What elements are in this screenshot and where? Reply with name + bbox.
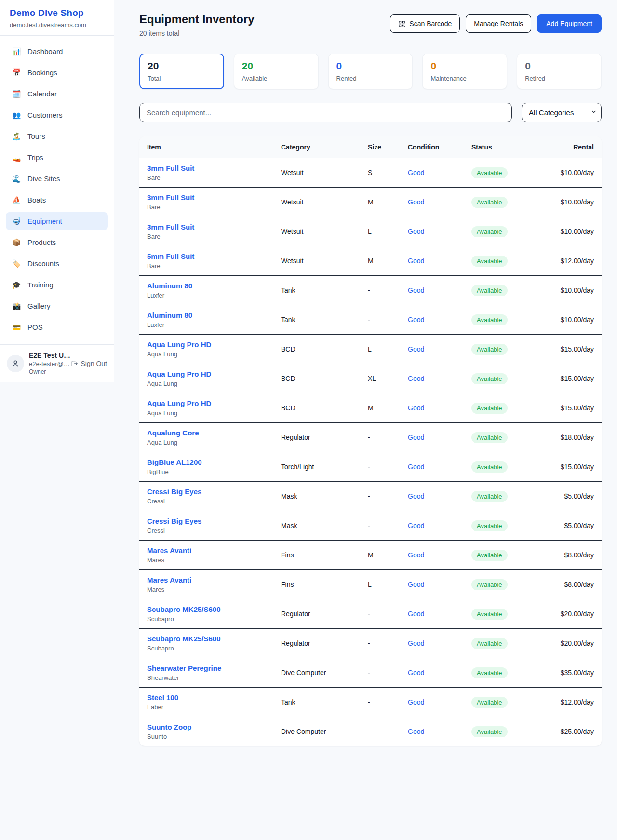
item-condition-link[interactable]: Good [400, 541, 464, 570]
item-brand: BigBlue [147, 468, 266, 475]
item-size: - [360, 688, 400, 717]
diving-mask-icon: 🤿 [12, 217, 21, 226]
item-name-link[interactable]: Mares Avanti [147, 546, 266, 555]
sidebar-item-calendar[interactable]: 🗓️ Calendar [6, 85, 108, 103]
item-size: - [360, 305, 400, 335]
item-name-link[interactable]: Mares Avanti [147, 576, 266, 584]
items-total: 20 items total [139, 29, 255, 37]
table-row: Aluminum 80 Luxfer Tank - Good Available… [139, 305, 602, 335]
sign-out-button[interactable]: Sign Out [70, 360, 107, 367]
table-row: Cressi Big Eyes Cressi Mask - Good Avail… [139, 482, 602, 511]
stats-row: 20 Total 20 Available 0 Rented 0 Mainten… [139, 54, 602, 89]
item-condition-link[interactable]: Good [400, 570, 464, 599]
sidebar-item-products[interactable]: 📦 Products [6, 233, 108, 251]
item-condition-link[interactable]: Good [400, 188, 464, 217]
item-name-link[interactable]: 3mm Full Suit [147, 193, 266, 202]
shop-logo[interactable]: Demo Dive Shop [10, 8, 104, 18]
item-condition-link[interactable]: Good [400, 364, 464, 393]
item-category: Wetsuit [273, 188, 360, 217]
item-category: Fins [273, 541, 360, 570]
filters-row: All Categories [139, 103, 602, 122]
sidebar-item-pos[interactable]: 💳 POS [6, 318, 108, 336]
search-input[interactable] [139, 103, 512, 122]
table-row: Aqualung Core Aqua Lung Regulator - Good… [139, 423, 602, 452]
item-category: BCD [273, 335, 360, 364]
stat-card[interactable]: 20 Total [139, 54, 224, 89]
item-condition-link[interactable]: Good [400, 599, 464, 629]
item-name-link[interactable]: BigBlue AL1200 [147, 458, 266, 466]
item-name-link[interactable]: Aqua Lung Pro HD [147, 370, 266, 378]
item-size: M [360, 246, 400, 276]
item-condition-link[interactable]: Good [400, 658, 464, 688]
col-header-category: Category [273, 136, 360, 158]
item-condition-link[interactable]: Good [400, 452, 464, 482]
item-name-link[interactable]: Shearwater Peregrine [147, 664, 266, 672]
sidebar-item-gallery[interactable]: 📸 Gallery [6, 297, 108, 315]
item-condition-link[interactable]: Good [400, 305, 464, 335]
sidebar-item-tours[interactable]: 🏝️ Tours [6, 127, 108, 145]
sidebar-item-label: Bookings [27, 68, 57, 77]
item-category: Tank [273, 688, 360, 717]
sailboat-icon: ⛵ [12, 196, 21, 204]
stat-card[interactable]: 0 Rented [328, 54, 413, 89]
scan-barcode-button[interactable]: Scan Barcode [390, 14, 460, 33]
item-brand: Luxfer [147, 321, 266, 328]
item-brand: Cressi [147, 527, 266, 534]
item-size: L [360, 570, 400, 599]
item-name-link[interactable]: Aqua Lung Pro HD [147, 399, 266, 407]
item-name-link[interactable]: Aqua Lung Pro HD [147, 340, 266, 349]
item-rental: $35.00/day [544, 658, 602, 688]
sidebar-item-trips[interactable]: 🚤 Trips [6, 149, 108, 166]
item-name-link[interactable]: Scubapro MK25/S600 [147, 605, 266, 613]
item-condition-link[interactable]: Good [400, 393, 464, 423]
item-condition-link[interactable]: Good [400, 335, 464, 364]
item-rental: $5.00/day [544, 482, 602, 511]
item-size: M [360, 541, 400, 570]
item-name-link[interactable]: 3mm Full Suit [147, 164, 266, 172]
sidebar: Demo Dive Shop demo.test.divestreams.com… [0, 0, 114, 382]
sidebar-item-customers[interactable]: 👥 Customers [6, 106, 108, 124]
item-name-link[interactable]: Aqualung Core [147, 429, 266, 437]
item-size: L [360, 335, 400, 364]
item-name-link[interactable]: Cressi Big Eyes [147, 488, 266, 496]
stat-card[interactable]: 0 Maintenance [422, 54, 507, 89]
item-condition-link[interactable]: Good [400, 629, 464, 658]
item-name-link[interactable]: Cressi Big Eyes [147, 517, 266, 525]
sidebar-item-equipment[interactable]: 🤿 Equipment [6, 212, 108, 230]
item-condition-link[interactable]: Good [400, 717, 464, 746]
item-brand: Bare [147, 203, 266, 211]
sidebar-item-boats[interactable]: ⛵ Boats [6, 191, 108, 209]
item-condition-link[interactable]: Good [400, 246, 464, 276]
manage-rentals-button[interactable]: Manage Rentals [466, 14, 531, 33]
item-size: - [360, 658, 400, 688]
category-select[interactable]: All Categories [522, 103, 602, 122]
sidebar-item-training[interactable]: 🎓 Training [6, 276, 108, 294]
item-condition-link[interactable]: Good [400, 423, 464, 452]
item-condition-link[interactable]: Good [400, 276, 464, 305]
item-rental: $8.00/day [544, 541, 602, 570]
item-condition-link[interactable]: Good [400, 158, 464, 188]
item-name-link[interactable]: Scubapro MK25/S600 [147, 635, 266, 643]
sidebar-item-dashboard[interactable]: 📊 Dashboard [6, 42, 108, 60]
calendar-icon: 📅 [12, 68, 21, 77]
item-condition-link[interactable]: Good [400, 482, 464, 511]
sidebar-item-bookings[interactable]: 📅 Bookings [6, 64, 108, 81]
item-name-link[interactable]: Aluminum 80 [147, 311, 266, 319]
item-name-link[interactable]: Aluminum 80 [147, 282, 266, 290]
stat-card[interactable]: 20 Available [234, 54, 319, 89]
item-condition-link[interactable]: Good [400, 511, 464, 541]
stat-card[interactable]: 0 Retired [517, 54, 602, 89]
tag-icon: 🏷️ [12, 259, 21, 268]
item-name-link[interactable]: 5mm Full Suit [147, 252, 266, 260]
sidebar-item-dive-sites[interactable]: 🌊 Dive Sites [6, 170, 108, 188]
sidebar-item-label: Dive Sites [27, 175, 60, 183]
item-brand: Mares [147, 556, 266, 564]
item-condition-link[interactable]: Good [400, 688, 464, 717]
item-name-link[interactable]: Suunto Zoop [147, 723, 266, 731]
item-brand: Aqua Lung [147, 409, 266, 417]
item-name-link[interactable]: Steel 100 [147, 693, 266, 702]
item-name-link[interactable]: 3mm Full Suit [147, 223, 266, 231]
sidebar-item-discounts[interactable]: 🏷️ Discounts [6, 255, 108, 272]
item-condition-link[interactable]: Good [400, 217, 464, 246]
add-equipment-button[interactable]: Add Equipment [537, 14, 602, 33]
